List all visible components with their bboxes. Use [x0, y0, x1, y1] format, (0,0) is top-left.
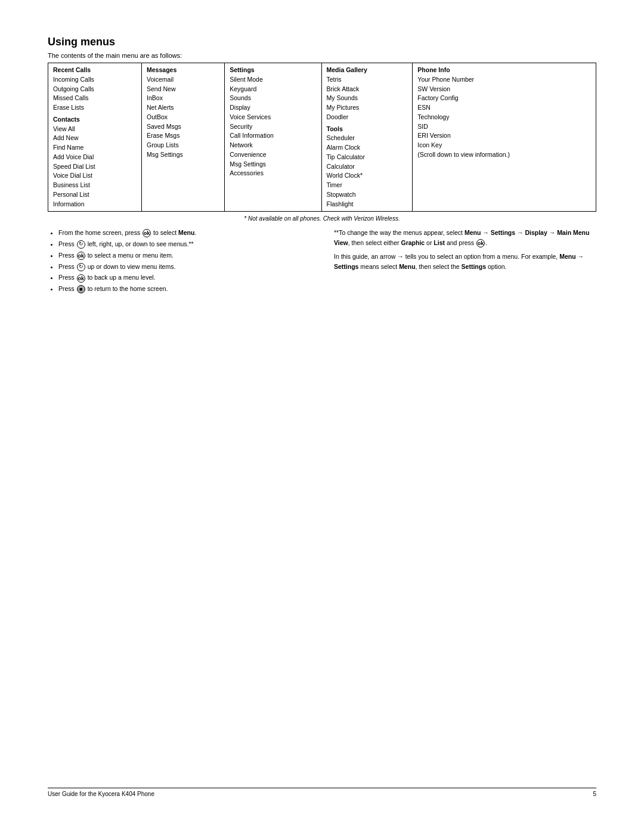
menu-item: Voice Services	[230, 113, 316, 122]
menu-item: Timer	[327, 181, 408, 190]
menu-item: Technology	[417, 113, 591, 122]
footer-right: 5	[593, 791, 596, 797]
menu-item: Sounds	[230, 94, 316, 103]
menu-item: Msg Settings	[230, 160, 316, 169]
bullet-item-4: Press ↻ up or down to view menu items.	[58, 262, 310, 272]
menu-item: Tetris	[327, 75, 408, 85]
intro-text: The contents of the main menu are as fol…	[48, 52, 596, 59]
menu-item: Outgoing Calls	[53, 85, 137, 94]
col-media-gallery: Media Gallery Tetris Brick Attack My Sou…	[321, 63, 413, 212]
footer-bar: User Guide for the Kyocera K404 Phone 5	[48, 788, 596, 797]
menu-item: Voice Dial List	[53, 171, 137, 181]
menu-item: ESN	[417, 103, 591, 113]
menu-item: SID	[417, 122, 591, 132]
col-recent-calls: Recent Calls Incoming Calls Outgoing Cal…	[48, 63, 142, 212]
menu-item: Convenience	[230, 150, 316, 160]
col-header-settings: Settings	[230, 66, 316, 75]
menu-item: Erase Msgs	[147, 131, 219, 141]
menu-table-row: Recent Calls Incoming Calls Outgoing Cal…	[48, 63, 596, 212]
bullet-item-3: Press ok to select a menu or menu item.	[58, 250, 310, 261]
ok-icon: ok	[143, 229, 151, 237]
menu-item: Personal List	[53, 190, 137, 200]
menu-item: My Sounds	[327, 94, 408, 103]
end-icon: ■	[77, 285, 85, 293]
ok-icon-2: ok	[77, 252, 85, 260]
section-title: Using menus	[48, 36, 596, 48]
menu-item: Security	[230, 122, 316, 132]
menu-item: Brick Attack	[327, 85, 408, 94]
menu-item: Call Information	[230, 131, 316, 141]
back-icon: ok	[77, 274, 85, 283]
col-phone-info: Phone Info Your Phone Number SW Version …	[413, 63, 596, 212]
menu-item: Find Name	[53, 143, 137, 153]
menu-item: OutBox	[147, 113, 219, 122]
menu-item: Missed Calls	[53, 94, 137, 103]
menu-item: Add Voice Dial	[53, 153, 137, 162]
nav-icon: ↻	[77, 240, 85, 249]
menu-item: Speed Dial List	[53, 162, 137, 172]
col-header-contacts: Contacts	[53, 115, 137, 125]
menu-item: Flashlight	[327, 200, 408, 209]
bullet-item-5: Press ok to back up a menu level.	[58, 272, 310, 283]
menu-item: Voicemail	[147, 75, 219, 85]
menu-item: My Pictures	[327, 103, 408, 113]
bullet-text-right: **To change the way the menus appear, se…	[334, 228, 596, 295]
menu-item-note: (Scroll down to view information.)	[417, 150, 591, 160]
menu-item: Incoming Calls	[53, 75, 137, 85]
menu-item: Information	[53, 200, 137, 209]
menu-item: Factory Config	[417, 94, 591, 103]
menu-item: SW Version	[417, 85, 591, 94]
menu-item: Silent Mode	[230, 75, 316, 85]
col-header-tools: Tools	[327, 125, 408, 134]
menu-item: Net Alerts	[147, 103, 219, 113]
col-messages: Messages Voicemail Send New InBox Net Al…	[142, 63, 225, 212]
bullet-section: From the home screen, press ok to select…	[48, 228, 596, 295]
menu-item: View All	[53, 125, 137, 134]
bullet-item-6: Press ■ to return to the home screen.	[58, 284, 310, 294]
menu-item: Stopwatch	[327, 190, 408, 200]
page-content: Using menus The contents of the main men…	[0, 0, 644, 340]
menu-item: Alarm Clock	[327, 143, 408, 153]
menu-item: InBox	[147, 94, 219, 103]
bullet-item-2: Press ↻ left, right, up, or down to see …	[58, 239, 310, 249]
col-header-recent-calls: Recent Calls	[53, 66, 137, 75]
menu-item: Network	[230, 141, 316, 150]
right-para-1: **To change the way the menus appear, se…	[334, 228, 596, 248]
col-settings: Settings Silent Mode Keyguard Sounds Dis…	[225, 63, 321, 212]
menu-item: Scheduler	[327, 134, 408, 143]
menu-item: Business List	[53, 181, 137, 190]
menu-item: Saved Msgs	[147, 122, 219, 132]
menu-item: Icon Key	[417, 141, 591, 150]
right-para-2: In this guide, an arrow → tells you to s…	[334, 252, 596, 272]
menu-item: Accessories	[230, 169, 316, 178]
col-header-messages: Messages	[147, 66, 219, 75]
col-header-media-gallery: Media Gallery	[327, 66, 408, 75]
menu-item: Calculator	[327, 162, 408, 172]
ok-icon-3: ok	[476, 239, 485, 247]
menu-item: Group Lists	[147, 141, 219, 150]
menu-table: Recent Calls Incoming Calls Outgoing Cal…	[48, 63, 596, 212]
menu-item: Add New	[53, 134, 137, 143]
menu-item: World Clock*	[327, 171, 408, 181]
bullet-list-left: From the home screen, press ok to select…	[48, 228, 310, 295]
bullet-item-1: From the home screen, press ok to select…	[58, 228, 310, 238]
menu-item: Erase Lists	[53, 103, 137, 113]
footer-left: User Guide for the Kyocera K404 Phone	[48, 791, 154, 797]
nav-icon-2: ↻	[77, 263, 85, 271]
menu-item: Keyguard	[230, 85, 316, 94]
col-header-phone-info: Phone Info	[417, 66, 591, 75]
menu-item: Display	[230, 103, 316, 113]
menu-item: Your Phone Number	[417, 75, 591, 85]
menu-item: Send New	[147, 85, 219, 94]
footnote: * Not available on all phones. Check wit…	[48, 215, 596, 222]
menu-item: ERI Version	[417, 131, 591, 141]
menu-item: Doodler	[327, 113, 408, 122]
menu-item: Tip Calculator	[327, 153, 408, 162]
menu-item: Msg Settings	[147, 150, 219, 160]
